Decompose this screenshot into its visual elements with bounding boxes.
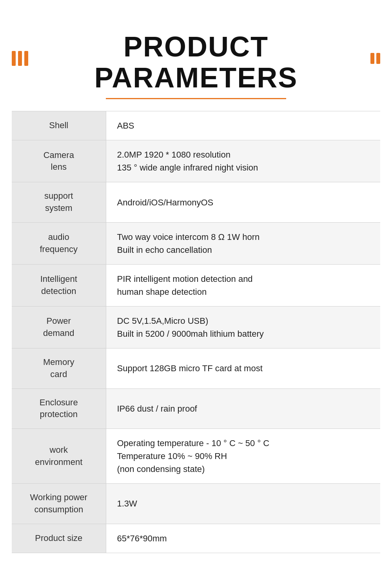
param-label: Enclosureprotection [12, 388, 106, 429]
table-row: supportsystemAndroid/iOS/HarmonyOS [12, 182, 380, 223]
param-value: ABS [106, 111, 380, 140]
param-value: 1.3W [106, 484, 380, 524]
bar-1 [12, 51, 16, 66]
table-row: IntelligentdetectionPIR intelligent moti… [12, 264, 380, 306]
page-header: PRODUCT PARAMETERS [12, 16, 380, 99]
table-row: PowerdemandDC 5V,1.5A,Micro USB)Built in… [12, 306, 380, 348]
table-row: MemorycardSupport 128GB micro TF card at… [12, 348, 380, 388]
param-value: PIR intelligent motion detection andhuma… [106, 264, 380, 306]
corner-left-decoration [12, 51, 28, 66]
param-value: IP66 dust / rain proof [106, 388, 380, 429]
param-value: Two way voice intercom 8 Ω 1W hornBuilt … [106, 222, 380, 264]
corner-right-decoration [370, 53, 380, 64]
param-label: audiofrequency [12, 222, 106, 264]
param-value: Support 128GB micro TF card at most [106, 348, 380, 388]
bar-3 [24, 51, 28, 66]
table-row: EnclosureprotectionIP66 dust / rain proo… [12, 388, 380, 429]
param-label: supportsystem [12, 182, 106, 223]
param-label: Intelligentdetection [12, 264, 106, 306]
param-label: Product size [12, 524, 106, 553]
param-label: Cameralens [12, 140, 106, 182]
table-row: Product size65*76*90mm [12, 524, 380, 553]
param-label: Shell [12, 111, 106, 140]
param-label: Memorycard [12, 348, 106, 388]
param-label: workenvironment [12, 429, 106, 484]
table-row: Cameralens2.0MP 1920 * 1080 resolution13… [12, 140, 380, 182]
page-wrapper: PRODUCT PARAMETERS ShellABSCameralens2.0… [0, 0, 392, 588]
bar-r-2 [376, 53, 380, 64]
table-row: ShellABS [12, 111, 380, 140]
page-title: PRODUCT PARAMETERS [12, 31, 380, 93]
header-underline [106, 98, 286, 99]
param-value: 65*76*90mm [106, 524, 380, 553]
params-table: ShellABSCameralens2.0MP 1920 * 1080 reso… [12, 111, 380, 553]
table-row: workenvironmentOperating temperature - 1… [12, 429, 380, 484]
table-row: audiofrequencyTwo way voice intercom 8 Ω… [12, 222, 380, 264]
bar-2 [18, 51, 22, 66]
table-row: Working powerconsumption1.3W [12, 484, 380, 524]
param-value: 2.0MP 1920 * 1080 resolution135 ° wide a… [106, 140, 380, 182]
param-value: Operating temperature - 10 ° C ~ 50 ° CT… [106, 429, 380, 484]
param-value: DC 5V,1.5A,Micro USB)Built in 5200 / 900… [106, 306, 380, 348]
param-label: Working powerconsumption [12, 484, 106, 524]
param-value: Android/iOS/HarmonyOS [106, 182, 380, 223]
param-label: Powerdemand [12, 306, 106, 348]
bar-r-1 [370, 53, 374, 64]
